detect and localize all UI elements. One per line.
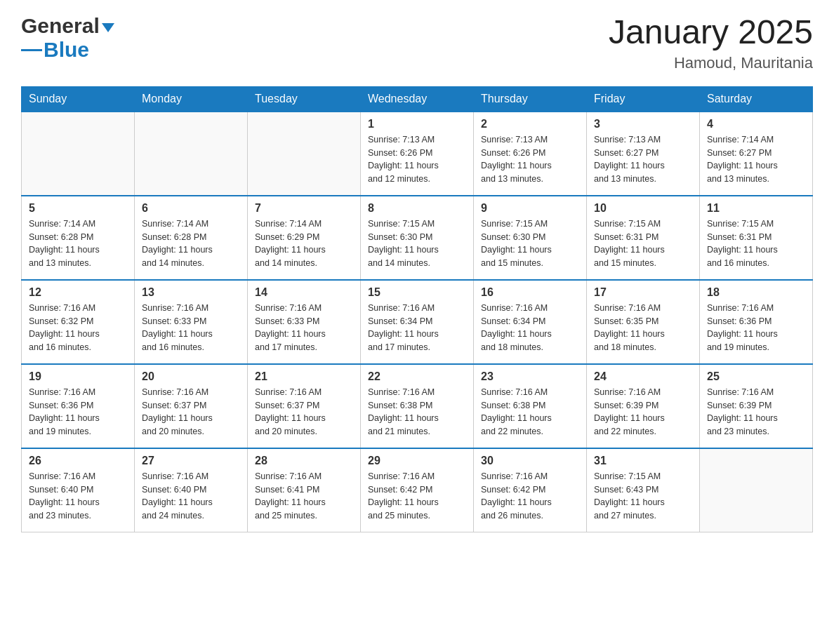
day-number: 16 — [481, 286, 579, 299]
day-info: Sunrise: 7:14 AMSunset: 6:28 PMDaylight:… — [142, 217, 240, 270]
week-row-2: 5Sunrise: 7:14 AMSunset: 6:28 PMDaylight… — [22, 196, 813, 280]
day-number: 18 — [707, 286, 805, 299]
col-saturday: Saturday — [700, 86, 813, 112]
day-info: Sunrise: 7:16 AMSunset: 6:40 PMDaylight:… — [142, 470, 240, 523]
day-number: 25 — [707, 370, 805, 383]
day-info: Sunrise: 7:16 AMSunset: 6:37 PMDaylight:… — [255, 386, 353, 438]
calendar-cell-w3-d4: 16Sunrise: 7:16 AMSunset: 6:34 PMDayligh… — [474, 280, 587, 364]
day-number: 29 — [368, 455, 466, 467]
calendar-cell-w3-d5: 17Sunrise: 7:16 AMSunset: 6:35 PMDayligh… — [587, 280, 700, 364]
day-info: Sunrise: 7:14 AMSunset: 6:29 PMDaylight:… — [255, 217, 353, 270]
week-row-1: 1Sunrise: 7:13 AMSunset: 6:26 PMDaylight… — [22, 112, 813, 196]
day-number: 30 — [481, 455, 579, 467]
calendar-cell-w4-d2: 21Sunrise: 7:16 AMSunset: 6:37 PMDayligh… — [248, 364, 361, 448]
calendar-cell-w4-d0: 19Sunrise: 7:16 AMSunset: 6:36 PMDayligh… — [22, 364, 135, 448]
calendar-cell-w4-d3: 22Sunrise: 7:16 AMSunset: 6:38 PMDayligh… — [361, 364, 474, 448]
day-info: Sunrise: 7:15 AMSunset: 6:30 PMDaylight:… — [368, 217, 466, 270]
day-info: Sunrise: 7:16 AMSunset: 6:42 PMDaylight:… — [368, 470, 466, 523]
calendar-cell-w2-d2: 7Sunrise: 7:14 AMSunset: 6:29 PMDaylight… — [248, 196, 361, 280]
day-info: Sunrise: 7:16 AMSunset: 6:38 PMDaylight:… — [481, 386, 579, 438]
calendar-cell-w1-d1 — [135, 112, 248, 196]
col-friday: Friday — [587, 86, 700, 112]
calendar-cell-w3-d6: 18Sunrise: 7:16 AMSunset: 6:36 PMDayligh… — [700, 280, 813, 364]
day-number: 8 — [368, 202, 466, 215]
day-info: Sunrise: 7:16 AMSunset: 6:39 PMDaylight:… — [707, 386, 805, 438]
calendar-cell-w4-d6: 25Sunrise: 7:16 AMSunset: 6:39 PMDayligh… — [700, 364, 813, 448]
calendar-cell-w5-d3: 29Sunrise: 7:16 AMSunset: 6:42 PMDayligh… — [361, 448, 474, 532]
calendar-cell-w5-d4: 30Sunrise: 7:16 AMSunset: 6:42 PMDayligh… — [474, 448, 587, 532]
calendar-cell-w4-d5: 24Sunrise: 7:16 AMSunset: 6:39 PMDayligh… — [587, 364, 700, 448]
calendar-cell-w3-d0: 12Sunrise: 7:16 AMSunset: 6:32 PMDayligh… — [22, 280, 135, 364]
day-number: 28 — [255, 455, 353, 467]
day-number: 21 — [255, 370, 353, 383]
day-info: Sunrise: 7:15 AMSunset: 6:43 PMDaylight:… — [594, 470, 692, 523]
logo-blue: Blue — [44, 38, 89, 62]
day-number: 6 — [142, 202, 240, 215]
week-row-5: 26Sunrise: 7:16 AMSunset: 6:40 PMDayligh… — [22, 448, 813, 532]
day-number: 14 — [255, 286, 353, 299]
title-block: January 2025 Hamoud, Mauritania — [609, 14, 813, 72]
day-info: Sunrise: 7:16 AMSunset: 6:39 PMDaylight:… — [594, 386, 692, 438]
day-number: 7 — [255, 202, 353, 215]
day-info: Sunrise: 7:14 AMSunset: 6:28 PMDaylight:… — [29, 217, 127, 270]
week-row-3: 12Sunrise: 7:16 AMSunset: 6:32 PMDayligh… — [22, 280, 813, 364]
calendar-cell-w5-d0: 26Sunrise: 7:16 AMSunset: 6:40 PMDayligh… — [22, 448, 135, 532]
day-info: Sunrise: 7:14 AMSunset: 6:27 PMDaylight:… — [707, 133, 805, 186]
calendar-cell-w1-d2 — [248, 112, 361, 196]
calendar-cell-w5-d5: 31Sunrise: 7:15 AMSunset: 6:43 PMDayligh… — [587, 448, 700, 532]
day-number: 1 — [368, 118, 466, 130]
day-number: 15 — [368, 286, 466, 299]
calendar-cell-w1-d5: 3Sunrise: 7:13 AMSunset: 6:27 PMDaylight… — [587, 112, 700, 196]
day-number: 19 — [29, 370, 127, 383]
day-number: 27 — [142, 455, 240, 467]
day-info: Sunrise: 7:16 AMSunset: 6:34 PMDaylight:… — [368, 302, 466, 354]
day-info: Sunrise: 7:16 AMSunset: 6:42 PMDaylight:… — [481, 470, 579, 523]
calendar-cell-w2-d5: 10Sunrise: 7:15 AMSunset: 6:31 PMDayligh… — [587, 196, 700, 280]
col-monday: Monday — [135, 86, 248, 112]
day-number: 26 — [29, 455, 127, 467]
calendar-table: Sunday Monday Tuesday Wednesday Thursday… — [21, 86, 813, 533]
day-number: 17 — [594, 286, 692, 299]
col-tuesday: Tuesday — [248, 86, 361, 112]
col-sunday: Sunday — [22, 86, 135, 112]
day-info: Sunrise: 7:16 AMSunset: 6:34 PMDaylight:… — [481, 302, 579, 354]
day-info: Sunrise: 7:16 AMSunset: 6:37 PMDaylight:… — [142, 386, 240, 438]
calendar-cell-w3-d2: 14Sunrise: 7:16 AMSunset: 6:33 PMDayligh… — [248, 280, 361, 364]
calendar-cell-w2-d6: 11Sunrise: 7:15 AMSunset: 6:31 PMDayligh… — [700, 196, 813, 280]
day-info: Sunrise: 7:16 AMSunset: 6:38 PMDaylight:… — [368, 386, 466, 438]
day-number: 22 — [368, 370, 466, 383]
day-info: Sunrise: 7:15 AMSunset: 6:31 PMDaylight:… — [594, 217, 692, 270]
col-wednesday: Wednesday — [361, 86, 474, 112]
calendar-cell-w2-d0: 5Sunrise: 7:14 AMSunset: 6:28 PMDaylight… — [22, 196, 135, 280]
week-row-4: 19Sunrise: 7:16 AMSunset: 6:36 PMDayligh… — [22, 364, 813, 448]
day-info: Sunrise: 7:16 AMSunset: 6:40 PMDaylight:… — [29, 470, 127, 523]
day-info: Sunrise: 7:15 AMSunset: 6:31 PMDaylight:… — [707, 217, 805, 270]
day-number: 5 — [29, 202, 127, 215]
day-info: Sunrise: 7:13 AMSunset: 6:26 PMDaylight:… — [368, 133, 466, 186]
calendar-cell-w2-d1: 6Sunrise: 7:14 AMSunset: 6:28 PMDaylight… — [135, 196, 248, 280]
calendar-cell-w5-d2: 28Sunrise: 7:16 AMSunset: 6:41 PMDayligh… — [248, 448, 361, 532]
calendar-cell-w4-d4: 23Sunrise: 7:16 AMSunset: 6:38 PMDayligh… — [474, 364, 587, 448]
day-number: 2 — [481, 118, 579, 130]
day-number: 24 — [594, 370, 692, 383]
calendar-cell-w3-d1: 13Sunrise: 7:16 AMSunset: 6:33 PMDayligh… — [135, 280, 248, 364]
calendar-cell-w1-d6: 4Sunrise: 7:14 AMSunset: 6:27 PMDaylight… — [700, 112, 813, 196]
calendar-cell-w5-d6 — [700, 448, 813, 532]
day-number: 23 — [481, 370, 579, 383]
calendar-cell-w2-d3: 8Sunrise: 7:15 AMSunset: 6:30 PMDaylight… — [361, 196, 474, 280]
day-number: 10 — [594, 202, 692, 215]
page-header: General Blue January 2025 Hamoud, Maurit… — [21, 14, 813, 72]
day-number: 13 — [142, 286, 240, 299]
location: Hamoud, Mauritania — [609, 54, 813, 72]
calendar-cell-w3-d3: 15Sunrise: 7:16 AMSunset: 6:34 PMDayligh… — [361, 280, 474, 364]
day-info: Sunrise: 7:16 AMSunset: 6:33 PMDaylight:… — [255, 302, 353, 354]
calendar-cell-w1-d3: 1Sunrise: 7:13 AMSunset: 6:26 PMDaylight… — [361, 112, 474, 196]
calendar-cell-w5-d1: 27Sunrise: 7:16 AMSunset: 6:40 PMDayligh… — [135, 448, 248, 532]
month-title: January 2025 — [609, 14, 813, 51]
day-info: Sunrise: 7:16 AMSunset: 6:35 PMDaylight:… — [594, 302, 692, 354]
day-number: 11 — [707, 202, 805, 215]
day-number: 20 — [142, 370, 240, 383]
calendar-header-row: Sunday Monday Tuesday Wednesday Thursday… — [22, 86, 813, 112]
calendar-cell-w2-d4: 9Sunrise: 7:15 AMSunset: 6:30 PMDaylight… — [474, 196, 587, 280]
day-number: 31 — [594, 455, 692, 467]
